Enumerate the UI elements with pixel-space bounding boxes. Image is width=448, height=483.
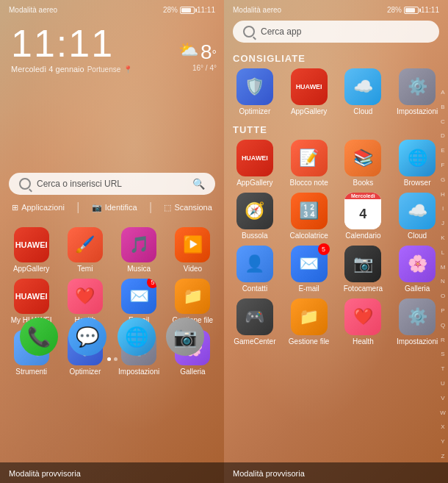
- alpha-c[interactable]: C: [441, 119, 445, 125]
- alpha-b[interactable]: B: [441, 104, 444, 110]
- right-app-calc-icon: 🔢: [291, 193, 328, 229]
- app-temi[interactable]: 🖌️ Temi: [61, 227, 109, 273]
- right-app-blocco[interactable]: 📝 Blocco note: [284, 140, 334, 187]
- app-video[interactable]: ▶️ Video: [169, 227, 217, 273]
- alpha-p[interactable]: P: [441, 308, 444, 314]
- right-blocco-label: Blocco note: [289, 179, 328, 187]
- right-gestione-label: Gestione file: [289, 337, 330, 346]
- right-app-gamecenter[interactable]: 🎮 GameCenter: [230, 298, 280, 346]
- right-app-settings-c[interactable]: ⚙️ Impostazioni: [392, 68, 442, 115]
- search-placeholder: Cerca o inserisci URL: [37, 179, 187, 189]
- dock-messages-icon: 💬: [68, 318, 106, 356]
- right-battery-fill: [405, 8, 415, 12]
- right-fotocamera-label: Fotocamera: [344, 285, 383, 293]
- right-app-health2[interactable]: ❤️ Health: [339, 298, 389, 346]
- right-app-browser-icon: 🌐: [399, 140, 436, 176]
- dock-camera[interactable]: 📷: [166, 318, 204, 356]
- alpha-d[interactable]: D: [441, 133, 445, 139]
- tutte-row-2: 🧭 Bussola 🔢 Calcolatrice Mercoledì 4 Cal…: [224, 193, 448, 246]
- alpha-w[interactable]: W: [440, 410, 446, 416]
- right-app-cloud[interactable]: ☁️ Cloud: [339, 68, 389, 115]
- left-search-bar[interactable]: Cerca o inserisci URL 🔍: [9, 173, 215, 195]
- app-appgallery-label: AppGallery: [13, 265, 49, 273]
- app-temi-icon: 🖌️: [68, 227, 103, 262]
- alpha-e[interactable]: E: [441, 148, 444, 154]
- right-app-gamecenter-icon: 🎮: [236, 298, 273, 335]
- link-applicazioni[interactable]: ⊞ Applicazioni: [12, 201, 65, 214]
- dock-messages[interactable]: 💬: [68, 318, 106, 356]
- grid-icon: ⊞: [12, 203, 18, 212]
- alpha-s[interactable]: S: [441, 351, 444, 357]
- left-panel: Modalità aereo 28% 11:11 ⛅ 8° 16° / 4° 1…: [0, 0, 224, 483]
- alpha-a[interactable]: A: [441, 90, 444, 96]
- right-search-bar[interactable]: Cerca app: [233, 21, 439, 43]
- right-search-placeholder: Cerca app: [261, 26, 301, 37]
- alpha-o[interactable]: O: [441, 293, 445, 299]
- right-app-calc[interactable]: 🔢 Calcolatrice: [284, 193, 334, 240]
- right-app-settings2[interactable]: ⚙️ Impostazioni: [392, 298, 442, 346]
- left-bottom-bar: Modalità provvisoria: [0, 462, 224, 483]
- right-ag2-label: AppGallery: [236, 179, 272, 187]
- link-identifica[interactable]: 📷 Identifica: [92, 201, 137, 214]
- right-status-mode: Modalità aereo: [233, 6, 281, 14]
- app-appgallery[interactable]: HUAWEI AppGallery: [7, 227, 55, 273]
- alpha-n[interactable]: N: [441, 279, 445, 285]
- link-scansiona-label: Scansiona: [174, 203, 212, 212]
- alpha-v[interactable]: V: [441, 396, 444, 401]
- alpha-m[interactable]: M: [441, 265, 446, 271]
- app-musica[interactable]: 🎵 Musica: [115, 227, 163, 273]
- right-app-blocco-icon: 📝: [291, 140, 328, 176]
- search-icon[interactable]: 🔍: [192, 178, 205, 190]
- weather-range: 16° / 4°: [178, 64, 217, 72]
- alpha-g[interactable]: G: [441, 177, 445, 183]
- app-galleria-label: Galleria: [180, 368, 205, 376]
- right-app-cloud2[interactable]: ☁️ Cloud: [392, 193, 442, 240]
- right-app-appgallery-icon: HUAWEI: [291, 68, 328, 105]
- right-app-calendar[interactable]: Mercoledì 4 Calendario: [339, 193, 389, 240]
- app-appgallery-icon: HUAWEI: [14, 227, 49, 262]
- alpha-r[interactable]: R: [441, 337, 445, 343]
- right-app-ag2[interactable]: HUAWEI AppGallery: [230, 140, 280, 187]
- alpha-j[interactable]: J: [441, 221, 444, 226]
- alpha-f[interactable]: F: [441, 162, 445, 168]
- link-identifica-label: Identifica: [105, 203, 137, 212]
- right-bussola-label: Bussola: [242, 232, 268, 240]
- right-app-optimizer[interactable]: 🛡️ Optimizer: [230, 68, 280, 115]
- alpha-k[interactable]: K: [441, 235, 444, 241]
- dock-browser[interactable]: 🌐: [118, 318, 156, 356]
- weather-area: ⛅ 8° 16° / 4°: [178, 40, 217, 72]
- right-app-books[interactable]: 📚 Books: [339, 140, 389, 187]
- right-app-contatti[interactable]: 👤 Contatti: [230, 246, 280, 293]
- right-app-email2[interactable]: ✉️ 5 E-mail: [284, 246, 334, 293]
- alpha-z[interactable]: Z: [441, 454, 445, 459]
- alphabet-sidebar[interactable]: A B C D E F G H I J K L M N O P Q R S T …: [438, 88, 448, 461]
- alpha-y[interactable]: Y: [441, 439, 444, 445]
- right-app-gestione[interactable]: 📁 Gestione file: [284, 298, 334, 346]
- right-content: Modalità aereo 28% 11:11 Cerca app CONSI…: [224, 0, 448, 351]
- dock-phone[interactable]: 📞: [20, 318, 58, 356]
- right-app-bussola[interactable]: 🧭 Bussola: [230, 193, 280, 240]
- right-app-browser[interactable]: 🌐 Browser: [392, 140, 442, 187]
- right-settings-c-label: Impostazioni: [397, 107, 438, 115]
- alpha-l[interactable]: L: [441, 250, 444, 256]
- quick-links: ⊞ Applicazioni | 📷 Identifica | ⬚ Scansi…: [0, 201, 224, 221]
- app-settings-label: Impostazioni: [118, 368, 159, 376]
- alpha-i[interactable]: I: [442, 206, 444, 212]
- right-app-email2-icon: ✉️ 5: [291, 246, 328, 282]
- alpha-u[interactable]: U: [441, 381, 445, 387]
- camera-icon: 📷: [92, 203, 102, 212]
- right-app-fotocamera[interactable]: 📷 Fotocamera: [339, 246, 389, 293]
- email-badge: 5: [147, 279, 156, 288]
- alpha-q[interactable]: Q: [441, 323, 445, 329]
- right-status-bar: Modalità aereo 28% 11:11: [224, 0, 448, 17]
- alpha-h[interactable]: H: [441, 192, 445, 198]
- alpha-t[interactable]: T: [441, 366, 445, 372]
- right-app-ag2-icon: HUAWEI: [236, 140, 273, 176]
- right-app-galleria2[interactable]: 🌸 Galleria: [392, 246, 442, 293]
- app-myhuawei-icon: HUAWEI: [14, 279, 49, 314]
- weather-icon: ⛅: [178, 40, 198, 60]
- link-scansiona[interactable]: ⬚ Scansiona: [164, 201, 212, 214]
- right-app-appgallery[interactable]: HUAWEI AppGallery: [284, 68, 334, 115]
- dock-browser-icon: 🌐: [118, 318, 156, 356]
- alpha-x[interactable]: X: [441, 424, 444, 430]
